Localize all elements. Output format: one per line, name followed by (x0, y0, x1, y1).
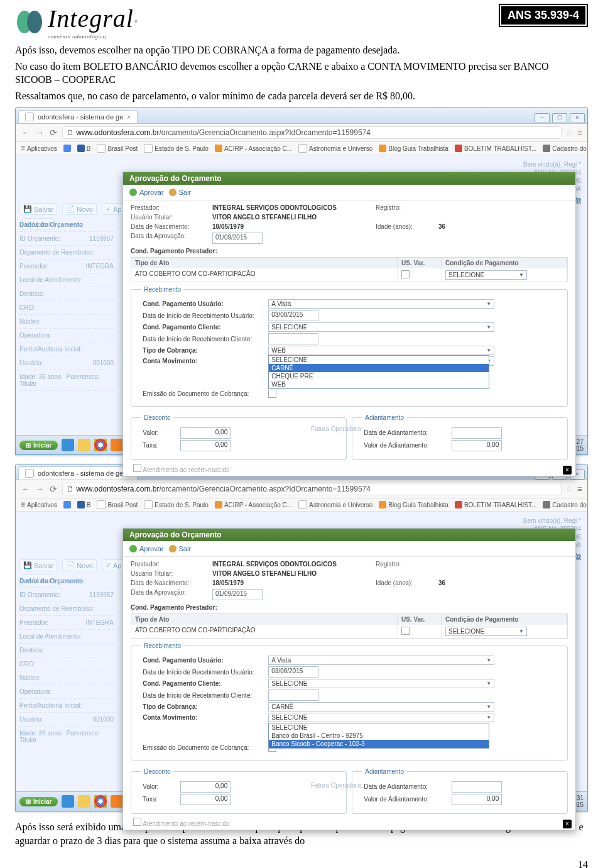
bookmark-b[interactable]: B (77, 501, 91, 508)
adiant-data-input[interactable] (452, 781, 502, 793)
data-cliente-input[interactable] (268, 333, 318, 344)
nav-back-icon[interactable]: ← (21, 484, 31, 494)
tipo-cobranca-select[interactable]: WEB▼ (268, 346, 494, 355)
url-input[interactable]: 🗋 www.odontosfera.com.br/orcamento/Geren… (62, 483, 562, 495)
address-bar: ← → ⟳ 🗋 www.odontosfera.com.br/orcamento… (16, 124, 587, 142)
cond-pagamento-select[interactable]: SELECIONE▼ (445, 270, 527, 280)
dropdown-option[interactable]: SELECIONE (269, 356, 489, 364)
bookmark-cadastro[interactable]: Cadastro do Sistema ... (543, 501, 587, 508)
recem-checkbox[interactable] (133, 818, 141, 826)
approve-button[interactable]: Aprovar (129, 189, 164, 196)
adiant-valor-input[interactable]: 0,00 (452, 440, 502, 451)
bookmark-astro[interactable]: Astronomia e Universo (298, 500, 372, 509)
explorer-icon[interactable] (78, 439, 90, 451)
approve-button[interactable]: Aprovar (129, 545, 164, 552)
adiantamento-fieldset: Adiantamento Data de Adiantamento: Valor… (352, 768, 568, 814)
ie-icon[interactable] (62, 439, 74, 451)
window-minimize-button[interactable]: – (535, 113, 550, 123)
dropdown-option-selected[interactable]: CARNÊ (269, 364, 489, 372)
apps-shortcut[interactable]: ⠿Aplicativos (21, 145, 57, 152)
cond-usuario-select[interactable]: A Vista▼ (268, 656, 494, 665)
desconto-taxa-input[interactable]: 0,00 (180, 440, 231, 451)
emissao-checkbox[interactable] (268, 390, 276, 398)
favicon-icon (63, 145, 71, 152)
ap-button-bg: ✓ Ap (102, 559, 125, 571)
nav-reload-icon[interactable]: ⟳ (48, 484, 58, 494)
thunderbird-icon[interactable] (111, 795, 123, 808)
cond-cliente-select[interactable]: SELECIONE▼ (268, 679, 494, 688)
bookmark-b[interactable]: B (77, 145, 91, 152)
tipo-cobranca-select[interactable]: CARNÊ▼ (268, 702, 494, 711)
data-usuario-input[interactable]: 03/08/2015 (268, 666, 318, 678)
cond-pagamento-select[interactable]: SELECIONE▼ (445, 627, 527, 636)
us-var-checkbox[interactable] (401, 270, 410, 278)
data-usuario-input[interactable]: 03/08/2015 (268, 310, 318, 321)
logo-subtitle: convênio odontológico (48, 33, 138, 40)
bookmark-boletim[interactable]: BOLETIM TRABALHIST... (455, 501, 536, 508)
chrome-icon[interactable] (94, 795, 107, 808)
tab-strip: odontosfera - sistema de ge × – ☐ × (16, 108, 587, 124)
apps-shortcut[interactable]: ⠿Aplicativos (21, 502, 57, 508)
bookmark-acirp[interactable]: ACIRP - Associação C... (215, 145, 292, 152)
nav-forward-icon[interactable]: → (35, 128, 45, 138)
bookmark-astro[interactable]: Astronomia e Universo (298, 144, 372, 153)
bookmark-brasil[interactable]: Brasil Post (97, 500, 138, 509)
dropdown-option[interactable]: CHEQUE PRE (269, 372, 489, 380)
dropdown-option[interactable]: WEB (269, 380, 489, 388)
bookmark-guia[interactable]: Blog Guia Trabalhista (379, 501, 448, 508)
ans-badge-frame: ANS 35.939-4 (499, 4, 588, 27)
bookmark-star-icon[interactable]: ☆ (565, 128, 573, 138)
approval-date-input[interactable]: 01/09/2015 (212, 233, 263, 244)
explorer-icon[interactable] (78, 795, 90, 808)
bookmark-star-icon[interactable]: ☆ (565, 484, 573, 494)
bookmark-g[interactable] (63, 501, 71, 508)
new-button-bg: 📄 Novo (62, 203, 97, 215)
bookmark-acirp[interactable]: ACIRP - Associação C... (215, 501, 292, 508)
start-button[interactable]: ⊞Iniciar (19, 797, 58, 806)
bookmark-cadastro[interactable]: Cadastro do Sistema ... (543, 145, 587, 152)
desconto-taxa-input[interactable]: 0,00 (180, 794, 231, 805)
us-var-checkbox[interactable] (401, 627, 410, 635)
modal-close-button[interactable]: × (563, 820, 572, 828)
nav-back-icon[interactable]: ← (21, 128, 31, 138)
approval-date-input[interactable]: 01/09/2015 (212, 589, 263, 600)
conta-movimento-select[interactable]: SELECIONE▼ (268, 713, 494, 722)
ie-icon[interactable] (62, 795, 74, 808)
dropdown-option[interactable]: SELECIONE (269, 723, 489, 732)
browser-menu-icon[interactable]: ≡ (577, 128, 582, 138)
nav-reload-icon[interactable]: ⟳ (48, 128, 58, 138)
bookmark-brasil[interactable]: Brasil Post (97, 144, 138, 153)
thunderbird-icon[interactable] (111, 439, 123, 451)
bookmark-guia[interactable]: Blog Guia Trabalhista (379, 145, 448, 152)
bookmark-g[interactable] (63, 145, 71, 152)
desconto-valor-input[interactable]: 0,00 (180, 781, 231, 793)
bookmark-estado[interactable]: Estado de S. Paulo (144, 144, 209, 153)
cond-cliente-select[interactable]: SELECIONE▼ (268, 322, 494, 332)
url-input[interactable]: 🗋 www.odontosfera.com.br/orcamento/Geren… (62, 126, 562, 139)
exit-button[interactable]: Sair (169, 189, 192, 196)
chrome-icon[interactable] (94, 439, 107, 451)
adiant-valor-input[interactable]: 0,00 (452, 794, 502, 805)
bookmark-boletim[interactable]: BOLETIM TRABALHIST... (455, 145, 536, 152)
exit-button[interactable]: Sair (169, 545, 192, 552)
cond-usuario-select[interactable]: A Vista▼ (268, 299, 494, 309)
modal-close-button[interactable]: × (563, 466, 572, 475)
desconto-valor-input[interactable]: 0,00 (180, 427, 231, 439)
window-close-button[interactable]: × (570, 113, 585, 123)
bookmark-estado[interactable]: Estado de S. Paulo (144, 500, 209, 509)
start-button[interactable]: ⊞Iniciar (19, 441, 58, 450)
dropdown-option[interactable]: Banco do Brasil - Centro - 92975 (269, 732, 489, 740)
data-cliente-input[interactable] (268, 689, 318, 701)
browser-tab[interactable]: odontosfera - sistema de ge × (18, 466, 138, 480)
prestador-table: Tipo de AtoUS. Var.Condição de Pagamento… (131, 257, 568, 282)
page-number: 14 (0, 857, 603, 868)
dropdown-option-selected[interactable]: Banco Sicoob - Cooperac - 102-3 (269, 740, 489, 748)
adiant-data-input[interactable] (452, 427, 502, 439)
tab-close-icon[interactable]: × (127, 114, 131, 121)
recem-checkbox[interactable] (133, 464, 141, 472)
nav-forward-icon[interactable]: → (35, 484, 45, 494)
browser-menu-icon[interactable]: ≡ (577, 484, 582, 494)
browser-tab[interactable]: odontosfera - sistema de ge × (18, 110, 138, 123)
window-maximize-button[interactable]: ☐ (552, 113, 567, 123)
url-host: www.odontosfera.com.br (76, 485, 159, 493)
